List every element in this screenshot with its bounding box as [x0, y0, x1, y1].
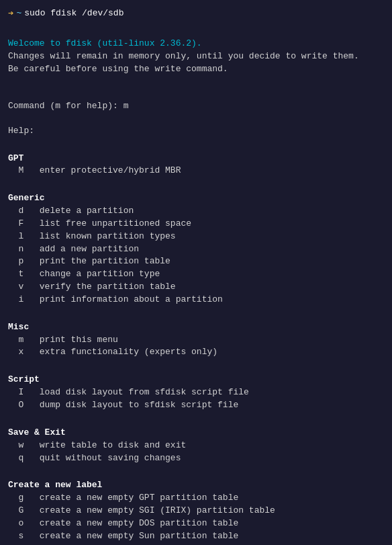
help-label: Help:	[8, 125, 384, 138]
section-header-4: Save & Exit	[8, 427, 384, 439]
command-item-5-1: G create a new empty SGI (IRIX) partitio…	[8, 505, 384, 517]
command-item-1-6: v verify the partition table	[8, 281, 384, 294]
info-line-2: Be careful before using the write comman…	[8, 63, 384, 76]
welcome-line: Welcome to fdisk (util-linux 2.36.2).	[8, 38, 384, 50]
command-item-5-0: g create a new empty GPT partition table	[8, 492, 384, 505]
section-gap-1	[8, 306, 384, 319]
section-header-0: GPT	[8, 153, 384, 165]
empty-line-2	[8, 76, 384, 88]
command-item-1-4: p print the partition table	[8, 255, 384, 268]
section-gap-3	[8, 412, 384, 424]
command-item-5-2: o create a new empty DOS partition table	[8, 517, 384, 530]
section-header-3: Script	[8, 374, 384, 386]
command-item-1-0: d delete a partition	[8, 205, 384, 218]
command-item-2-0: m print this menu	[8, 334, 384, 347]
section-header-2: Misc	[8, 321, 384, 334]
section-gap-2	[8, 359, 384, 371]
command-item-4-0: w write table to disk and exit	[8, 439, 384, 452]
empty-line-4	[8, 113, 384, 125]
command-item-5-3: s create a new empty Sun partition table	[8, 530, 384, 543]
command-item-1-1: F list free unpartitioned space	[8, 218, 384, 230]
prompt-arrow-icon: ➔	[8, 7, 13, 20]
command-item-3-0: I load disk layout from sfdisk script fi…	[8, 386, 384, 399]
command-item-3-1: O dump disk layout to sfdisk script file	[8, 399, 384, 412]
command-item-1-5: t change a partition type	[8, 268, 384, 281]
sections-container: GPT M enter protective/hybrid MBR Generi…	[8, 153, 384, 545]
command-item-1-2: l list known partition types	[8, 230, 384, 243]
terminal: ➔ ~ sudo fdisk /dev/sdb Welcome to fdisk…	[8, 7, 384, 545]
empty-line-3	[8, 88, 384, 100]
section-gap-0	[8, 177, 384, 190]
command-item-4-1: q quit without saving changes	[8, 452, 384, 465]
section-header-5: Create a new label	[8, 479, 384, 492]
command-item-1-7: i print information about a partition	[8, 294, 384, 306]
empty-line-5	[8, 138, 384, 150]
prompt-line: ➔ ~ sudo fdisk /dev/sdb	[8, 7, 384, 20]
info-line-1: Changes will remain in memory only, unti…	[8, 50, 384, 63]
section-header-1: Generic	[8, 192, 384, 205]
command-item-2-1: x extra functionality (experts only)	[8, 346, 384, 359]
prompt-cmd: sudo fdisk /dev/sdb	[24, 7, 124, 20]
empty-line-1	[8, 26, 384, 38]
command-item-0-0: M enter protective/hybrid MBR	[8, 165, 384, 177]
command-input-line: Command (m for help): m	[8, 100, 384, 113]
prompt-tilde: ~	[16, 7, 21, 20]
command-item-1-3: n add a new partition	[8, 243, 384, 256]
section-gap-4	[8, 464, 384, 476]
section-gap-5	[8, 543, 384, 545]
